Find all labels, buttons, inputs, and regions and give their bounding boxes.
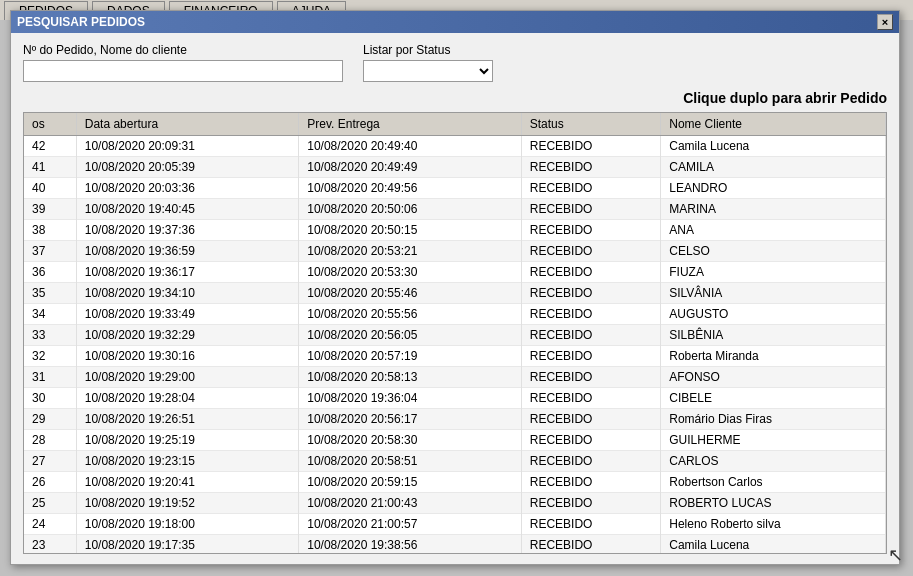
cell-status: RECEBIDO (521, 514, 660, 535)
cell-prev_entrega: 10/08/2020 21:00:57 (299, 514, 521, 535)
cell-nome_cliente: Romário Dias Firas (661, 409, 886, 430)
cell-data_abertura: 10/08/2020 19:17:35 (76, 535, 298, 555)
cell-nome_cliente: AFONSO (661, 367, 886, 388)
cell-status: RECEBIDO (521, 388, 660, 409)
cell-prev_entrega: 10/08/2020 19:36:04 (299, 388, 521, 409)
cell-os: 25 (24, 493, 76, 514)
table-row[interactable]: 2510/08/2020 19:19:5210/08/2020 21:00:43… (24, 493, 886, 514)
search-field-group: Nº do Pedido, Nome do cliente (23, 43, 343, 82)
cell-os: 41 (24, 157, 76, 178)
cell-status: RECEBIDO (521, 409, 660, 430)
cell-nome_cliente: Roberta Miranda (661, 346, 886, 367)
table-row[interactable]: 3010/08/2020 19:28:0410/08/2020 19:36:04… (24, 388, 886, 409)
cell-nome_cliente: CIBELE (661, 388, 886, 409)
cell-os: 42 (24, 136, 76, 157)
search-input[interactable] (23, 60, 343, 82)
cell-data_abertura: 10/08/2020 19:30:16 (76, 346, 298, 367)
cell-status: RECEBIDO (521, 241, 660, 262)
cell-status: RECEBIDO (521, 262, 660, 283)
table-row[interactable]: 2810/08/2020 19:25:1910/08/2020 20:58:30… (24, 430, 886, 451)
cell-os: 38 (24, 220, 76, 241)
cell-prev_entrega: 10/08/2020 20:55:46 (299, 283, 521, 304)
cell-nome_cliente: AUGUSTO (661, 304, 886, 325)
cell-prev_entrega: 10/08/2020 20:53:30 (299, 262, 521, 283)
col-prev-entrega: Prev. Entrega (299, 113, 521, 136)
cell-prev_entrega: 10/08/2020 19:38:56 (299, 535, 521, 555)
cell-os: 28 (24, 430, 76, 451)
table-row[interactable]: 3510/08/2020 19:34:1010/08/2020 20:55:46… (24, 283, 886, 304)
table-row[interactable]: 3410/08/2020 19:33:4910/08/2020 20:55:56… (24, 304, 886, 325)
table-row[interactable]: 2610/08/2020 19:20:4110/08/2020 20:59:15… (24, 472, 886, 493)
table-row[interactable]: 3810/08/2020 19:37:3610/08/2020 20:50:15… (24, 220, 886, 241)
cell-nome_cliente: SILBÊNIA (661, 325, 886, 346)
cell-nome_cliente: ROBERTO LUCAS (661, 493, 886, 514)
cell-os: 29 (24, 409, 76, 430)
cell-nome_cliente: Camila Lucena (661, 136, 886, 157)
cell-prev_entrega: 10/08/2020 20:50:15 (299, 220, 521, 241)
cell-os: 34 (24, 304, 76, 325)
cell-nome_cliente: CARLOS (661, 451, 886, 472)
cell-os: 40 (24, 178, 76, 199)
cell-prev_entrega: 10/08/2020 20:58:51 (299, 451, 521, 472)
col-nome-cliente: Nome Cliente (661, 113, 886, 136)
cell-nome_cliente: LEANDRO (661, 178, 886, 199)
cell-status: RECEBIDO (521, 136, 660, 157)
cell-data_abertura: 10/08/2020 19:23:15 (76, 451, 298, 472)
cell-os: 24 (24, 514, 76, 535)
cell-os: 32 (24, 346, 76, 367)
table-row[interactable]: 4110/08/2020 20:05:3910/08/2020 20:49:49… (24, 157, 886, 178)
cell-os: 26 (24, 472, 76, 493)
cell-status: RECEBIDO (521, 178, 660, 199)
cell-os: 37 (24, 241, 76, 262)
cell-os: 27 (24, 451, 76, 472)
table-row[interactable]: 3610/08/2020 19:36:1710/08/2020 20:53:30… (24, 262, 886, 283)
orders-table-container[interactable]: os Data abertura Prev. Entrega Status No… (23, 112, 887, 554)
cell-status: RECEBIDO (521, 451, 660, 472)
cell-nome_cliente: SILVÂNIA (661, 283, 886, 304)
cell-os: 30 (24, 388, 76, 409)
table-row[interactable]: 2410/08/2020 19:18:0010/08/2020 21:00:57… (24, 514, 886, 535)
table-row[interactable]: 4210/08/2020 20:09:3110/08/2020 20:49:40… (24, 136, 886, 157)
cell-data_abertura: 10/08/2020 20:09:31 (76, 136, 298, 157)
cell-status: RECEBIDO (521, 283, 660, 304)
cell-status: RECEBIDO (521, 157, 660, 178)
cell-data_abertura: 10/08/2020 19:40:45 (76, 199, 298, 220)
status-select[interactable]: RECEBIDO ENTREGUE CANCELADO (363, 60, 493, 82)
search-label: Nº do Pedido, Nome do cliente (23, 43, 343, 57)
status-field-group: Listar por Status RECEBIDO ENTREGUE CANC… (363, 43, 493, 82)
cell-nome_cliente: CELSO (661, 241, 886, 262)
cell-prev_entrega: 10/08/2020 20:58:13 (299, 367, 521, 388)
table-row[interactable]: 3310/08/2020 19:32:2910/08/2020 20:56:05… (24, 325, 886, 346)
dialog-titlebar: PESQUISAR PEDIDOS × (11, 11, 899, 33)
cell-prev_entrega: 10/08/2020 21:00:43 (299, 493, 521, 514)
table-row[interactable]: 4010/08/2020 20:03:3610/08/2020 20:49:56… (24, 178, 886, 199)
cell-prev_entrega: 10/08/2020 20:56:17 (299, 409, 521, 430)
cell-nome_cliente: Robertson Carlos (661, 472, 886, 493)
orders-table: os Data abertura Prev. Entrega Status No… (24, 113, 886, 554)
cell-data_abertura: 10/08/2020 19:20:41 (76, 472, 298, 493)
cell-data_abertura: 10/08/2020 19:32:29 (76, 325, 298, 346)
cell-status: RECEBIDO (521, 325, 660, 346)
dialog-title: PESQUISAR PEDIDOS (17, 15, 145, 29)
table-row[interactable]: 2710/08/2020 19:23:1510/08/2020 20:58:51… (24, 451, 886, 472)
table-row[interactable]: 3110/08/2020 19:29:0010/08/2020 20:58:13… (24, 367, 886, 388)
close-button[interactable]: × (877, 14, 893, 30)
table-row[interactable]: 2910/08/2020 19:26:5110/08/2020 20:56:17… (24, 409, 886, 430)
cell-nome_cliente: Camila Lucena (661, 535, 886, 555)
table-row[interactable]: 3710/08/2020 19:36:5910/08/2020 20:53:21… (24, 241, 886, 262)
search-orders-dialog: PESQUISAR PEDIDOS × Nº do Pedido, Nome d… (10, 10, 900, 565)
table-row[interactable]: 3910/08/2020 19:40:4510/08/2020 20:50:06… (24, 199, 886, 220)
table-row[interactable]: 3210/08/2020 19:30:1610/08/2020 20:57:19… (24, 346, 886, 367)
cell-prev_entrega: 10/08/2020 20:56:05 (299, 325, 521, 346)
cell-data_abertura: 10/08/2020 19:29:00 (76, 367, 298, 388)
cell-status: RECEBIDO (521, 220, 660, 241)
cell-data_abertura: 10/08/2020 19:36:17 (76, 262, 298, 283)
cell-prev_entrega: 10/08/2020 20:50:06 (299, 199, 521, 220)
cell-nome_cliente: GUILHERME (661, 430, 886, 451)
cell-os: 31 (24, 367, 76, 388)
cell-data_abertura: 10/08/2020 19:25:19 (76, 430, 298, 451)
cell-prev_entrega: 10/08/2020 20:58:30 (299, 430, 521, 451)
cell-data_abertura: 10/08/2020 19:33:49 (76, 304, 298, 325)
cell-status: RECEBIDO (521, 472, 660, 493)
table-row[interactable]: 2310/08/2020 19:17:3510/08/2020 19:38:56… (24, 535, 886, 555)
